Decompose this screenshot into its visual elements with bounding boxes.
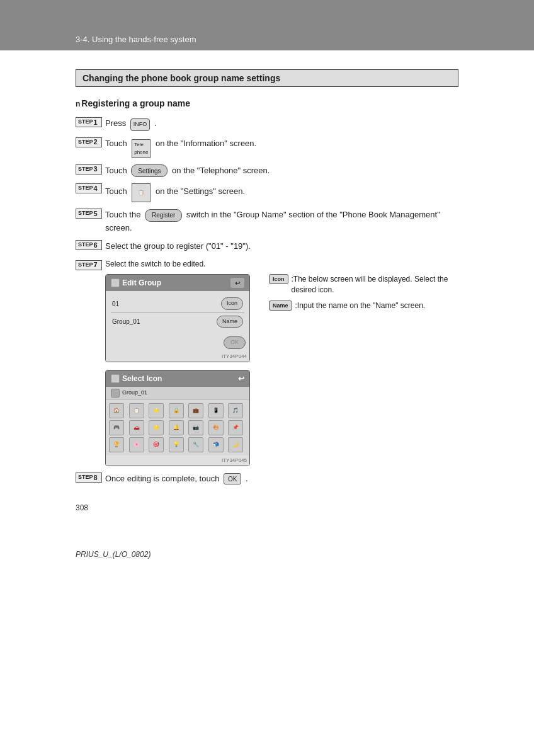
register-button[interactable]: Register xyxy=(145,209,182,222)
section-heading: Changing the phone book group name setti… xyxy=(76,69,458,87)
telephone-icon[interactable]: Telephone xyxy=(132,139,151,158)
step-7-row: STEP7 Select the switch to be edited. Ed… xyxy=(76,259,458,466)
step-3-row: STEP3 Touch Settings on the "Telephone" … xyxy=(76,164,458,178)
icon-cell[interactable]: 🎯 xyxy=(149,437,164,452)
edit-group-caption: ITY34P044 xyxy=(106,352,249,362)
icon-grid: 🏠 📋 ⭐ 🔒 💼 📱 🎵 🎮 🚗 🌟 🔔 📷 🎨 📌 xyxy=(106,400,249,455)
icon-cell[interactable]: 🏠 xyxy=(109,403,124,418)
page-number: 308 xyxy=(76,503,458,512)
step-1-row: STEP1 Press INFO . xyxy=(76,117,458,131)
name-btn[interactable]: Name xyxy=(217,316,243,328)
icon-cell[interactable]: ⭐ xyxy=(149,403,164,418)
icon-note: Icon :The below screen will be displayed… xyxy=(269,274,458,295)
icon-cell[interactable]: 🌸 xyxy=(129,437,144,452)
icon-cell[interactable]: 🔔 xyxy=(169,420,184,435)
screen-title-icon xyxy=(111,278,120,287)
select-icon-back-button[interactable]: ↩ xyxy=(238,373,244,384)
select-icon-title-icon xyxy=(111,374,120,383)
step-4-row: STEP4 Touch 📋 on the "Settings" screen. xyxy=(76,183,458,202)
icon-cell[interactable]: 💼 xyxy=(188,403,203,418)
icon-cell[interactable]: 🎨 xyxy=(208,420,224,435)
icon-cell[interactable]: 📱 xyxy=(208,403,224,418)
group-icon xyxy=(111,389,120,398)
phonebook-icon[interactable]: 📋 xyxy=(132,183,151,202)
step-5-row: STEP5 Touch the Register switch in the "… xyxy=(76,209,458,234)
icon-cell[interactable]: 🎵 xyxy=(228,403,243,418)
edit-group-screen: Edit Group ↩ 01 Icon Group_01 Name xyxy=(105,274,250,362)
icon-cell[interactable]: 🔧 xyxy=(188,437,203,452)
section-title: 3-4. Using the hands-free system xyxy=(76,35,196,44)
name-note: Name :Input the name on the "Name" scree… xyxy=(269,301,458,311)
step7-screens-row: Edit Group ↩ 01 Icon Group_01 Name xyxy=(105,274,458,362)
icon-cell[interactable]: 💡 xyxy=(169,437,184,452)
step7-instruction: Select the switch to be edited. xyxy=(105,259,458,270)
edit-group-row2: Group_01 Name xyxy=(111,313,244,331)
subsection-title: nRegistering a group name xyxy=(76,98,458,108)
icon-cell[interactable]: 🎮 xyxy=(109,420,124,435)
settings-button[interactable]: Settings xyxy=(131,164,168,177)
side-notes: Icon :The below screen will be displayed… xyxy=(263,274,458,362)
ok-btn-screen[interactable]: OK xyxy=(224,336,246,349)
back-button[interactable]: ↩ xyxy=(230,278,244,288)
icon-cell[interactable]: 📷 xyxy=(188,420,203,435)
icon-cell[interactable]: 📋 xyxy=(129,403,144,418)
ok-button-step8[interactable]: OK xyxy=(224,473,241,484)
icon-cell[interactable]: 🚗 xyxy=(129,420,144,435)
select-icon-screen: Select Icon ↩ Group_01 🏠 📋 ⭐ 🔒 💼 📱 � xyxy=(105,370,250,466)
icon-cell[interactable]: 🏆 xyxy=(109,437,124,452)
info-button[interactable]: INFO xyxy=(130,118,151,131)
header-bar: 3-4. Using the hands-free system xyxy=(0,0,534,50)
icon-btn[interactable]: Icon xyxy=(221,297,243,310)
select-icon-caption: ITY34P045 xyxy=(106,455,249,466)
step-6-row: STEP6 Select the group to register ("01"… xyxy=(76,240,458,253)
edit-group-row1: 01 Icon xyxy=(111,295,244,313)
footer-model: PRIUS_U_(L/O_0802) xyxy=(76,550,458,559)
icon-cell[interactable]: 🌙 xyxy=(228,437,243,452)
main-content: Changing the phone book group name setti… xyxy=(0,50,534,584)
step-2-row: STEP2 Touch Telephone on the "Informatio… xyxy=(76,137,458,158)
icon-cell[interactable]: 🌟 xyxy=(149,420,164,435)
icon-cell[interactable]: 📌 xyxy=(228,420,243,435)
icon-cell[interactable]: 🔒 xyxy=(169,403,184,418)
icon-cell[interactable]: 📬 xyxy=(208,437,224,452)
step-8-row: STEP8 Once editing is complete, touch OK… xyxy=(76,472,458,485)
